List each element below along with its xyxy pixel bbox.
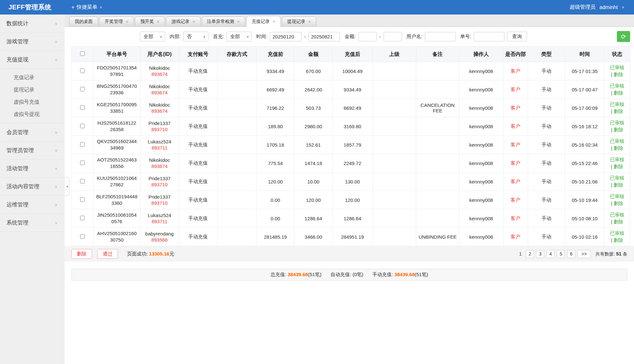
status-approved-label: 已审核 bbox=[606, 101, 629, 108]
internal-select[interactable]: 否 ∨ bbox=[183, 32, 208, 41]
username-input[interactable] bbox=[425, 32, 456, 41]
deposit-method-cell bbox=[217, 99, 256, 117]
delete-link[interactable]: 删除 bbox=[614, 237, 623, 243]
pagination-next-button[interactable]: >> bbox=[577, 250, 590, 258]
sidebar-collapse-handle[interactable]: ◀ bbox=[65, 177, 70, 196]
deposit-method-cell bbox=[217, 154, 256, 172]
status-separator: | bbox=[611, 127, 614, 132]
sidebar-item-system-mgmt[interactable]: 系统管理∨ bbox=[0, 214, 65, 232]
row-checkbox[interactable] bbox=[80, 179, 85, 183]
after-amount-cell: 284951.19 bbox=[332, 228, 372, 246]
row-checkbox[interactable] bbox=[80, 124, 85, 128]
order-cell: AOT2505152246316556 bbox=[93, 154, 140, 172]
row-checkbox[interactable] bbox=[80, 234, 85, 239]
dash-separator: - bbox=[379, 34, 381, 39]
remark-cell bbox=[416, 172, 459, 191]
column-header: 是否内部 bbox=[503, 47, 528, 62]
delete-link[interactable]: 删除 bbox=[614, 72, 623, 77]
sidebar-item-data-stats[interactable]: 数据统计∨ bbox=[0, 15, 65, 33]
status-cell: 已审核| 删除 bbox=[604, 80, 630, 99]
status-separator: | bbox=[611, 72, 614, 77]
sidebar-item-member-mgmt[interactable]: 会员管理∨ bbox=[0, 123, 65, 141]
sidebar-subitem-recharge-records[interactable]: 充值记录 bbox=[0, 71, 65, 84]
before-amount-cell: 1705.18 bbox=[256, 136, 294, 154]
row-checkbox[interactable] bbox=[80, 68, 85, 73]
tab-lottery-mgmt[interactable]: 开奖管理× bbox=[99, 16, 134, 26]
delete-link[interactable]: 删除 bbox=[614, 201, 623, 206]
type-select[interactable]: 全部 ∨ bbox=[140, 32, 165, 41]
amount-to-input[interactable] bbox=[384, 32, 402, 41]
plus-icon: + bbox=[71, 5, 74, 10]
sidebar-item-game-mgmt[interactable]: 游戏管理∨ bbox=[0, 33, 65, 51]
status-separator: | bbox=[611, 164, 614, 169]
sidebar-subitem-virtual-recharge[interactable]: 虚拟号充值 bbox=[0, 96, 65, 108]
user-menu[interactable]: 超级管理员 adminht ∨ bbox=[570, 4, 634, 11]
order-no-input[interactable] bbox=[474, 32, 504, 41]
sidebar-item-recharge-withdraw[interactable]: 充值提现∧ bbox=[0, 51, 65, 69]
close-icon[interactable]: × bbox=[157, 19, 159, 24]
user-cell: Pride1337893710 bbox=[140, 191, 179, 209]
quick-menu-button[interactable]: + 快捷菜单 ∨ bbox=[71, 4, 102, 11]
pagination-page-button[interactable]: 4 bbox=[546, 250, 555, 258]
sidebar-subitem-virtual-withdraw[interactable]: 虚拟号提现 bbox=[0, 108, 65, 120]
close-icon[interactable]: × bbox=[126, 19, 128, 24]
amount-from-input[interactable] bbox=[358, 32, 377, 41]
delete-button[interactable]: 删除 bbox=[71, 249, 92, 259]
delete-link[interactable]: 删除 bbox=[614, 182, 623, 188]
pagination-page-button[interactable]: 5 bbox=[557, 250, 565, 258]
status-actions: | 删除 bbox=[606, 71, 629, 78]
pagination-page-button[interactable]: 2 bbox=[526, 250, 534, 258]
sidebar-item-admin-mgmt[interactable]: 管理员管理∨ bbox=[0, 141, 65, 160]
refresh-button[interactable]: ⟳ bbox=[617, 31, 630, 42]
pagination-page-button[interactable]: 6 bbox=[567, 250, 575, 258]
delete-link[interactable]: 删除 bbox=[614, 90, 623, 96]
table-row: AHV2505100216030750babyrendang893568手动充值… bbox=[72, 228, 630, 246]
total-recharge-count: (51笔) bbox=[308, 272, 322, 277]
tab-recharge-records[interactable]: 充值记录× bbox=[246, 16, 281, 27]
time-cell: 05-17 00:09 bbox=[565, 99, 604, 117]
row-checkbox[interactable] bbox=[80, 197, 85, 202]
tab-order-anomaly-check[interactable]: 注单异常检测× bbox=[202, 16, 245, 26]
tab-my-desktop[interactable]: 我的桌面 bbox=[69, 16, 98, 26]
time-from-input[interactable] bbox=[270, 32, 301, 41]
pagination-page-button[interactable]: 3 bbox=[536, 250, 544, 258]
delete-link[interactable]: 删除 bbox=[614, 127, 623, 132]
sidebar-item-ops-mgmt[interactable]: 运维管理∨ bbox=[0, 196, 65, 214]
sidebar-item-activity-mgmt[interactable]: 活动管理∨ bbox=[0, 160, 65, 178]
delete-link[interactable]: 删除 bbox=[614, 164, 623, 169]
username-label: babyrendang bbox=[142, 231, 177, 236]
total-recharge-label: 总充值: bbox=[270, 272, 286, 277]
row-checkbox[interactable] bbox=[80, 161, 85, 165]
close-icon[interactable]: × bbox=[237, 19, 240, 24]
tab-withdraw-records[interactable]: 提现记录× bbox=[282, 16, 316, 26]
tab-game-records[interactable]: 游戏记录× bbox=[166, 16, 200, 26]
row-checkbox[interactable] bbox=[80, 216, 85, 220]
chevron-down-icon: ∨ bbox=[55, 130, 58, 135]
top-bar: JEFF管理系统 + 快捷菜单 ∨ 超级管理员 adminht ∨ bbox=[0, 0, 634, 15]
close-icon[interactable]: × bbox=[308, 19, 311, 24]
query-button[interactable]: 查询 bbox=[507, 32, 527, 41]
tab-pre-lottery[interactable]: 预开奖× bbox=[135, 16, 165, 26]
row-checkbox[interactable] bbox=[80, 87, 85, 91]
delete-link[interactable]: 删除 bbox=[614, 109, 623, 114]
select-all-checkbox[interactable] bbox=[80, 51, 85, 56]
close-icon[interactable]: × bbox=[273, 19, 275, 24]
row-checkbox[interactable] bbox=[80, 105, 85, 110]
type-cell: 手动 bbox=[528, 62, 565, 80]
remark-cell bbox=[416, 191, 459, 209]
delete-link[interactable]: 删除 bbox=[614, 145, 623, 151]
column-header: 操作人 bbox=[459, 47, 503, 62]
column-header: 用户名(ID) bbox=[140, 47, 179, 62]
delete-link[interactable]: 删除 bbox=[614, 219, 623, 224]
time-to-input[interactable] bbox=[308, 32, 340, 41]
sidebar-item-activity-content-mgmt[interactable]: 活动内容管理∨ bbox=[0, 178, 65, 196]
sidebar-item-label: 活动内容管理 bbox=[6, 183, 39, 190]
user-id-label: 893674 bbox=[142, 163, 177, 169]
operator-cell: kennny008 bbox=[459, 209, 503, 228]
sidebar-subitem-withdraw-records[interactable]: 提现记录 bbox=[0, 84, 65, 96]
close-icon[interactable]: × bbox=[192, 19, 195, 24]
row-checkbox[interactable] bbox=[80, 142, 85, 147]
pagination-current-page: 1 bbox=[517, 251, 523, 256]
approve-button[interactable]: 通过 bbox=[97, 249, 118, 259]
first-charge-select[interactable]: 全部 ∨ bbox=[227, 32, 252, 41]
